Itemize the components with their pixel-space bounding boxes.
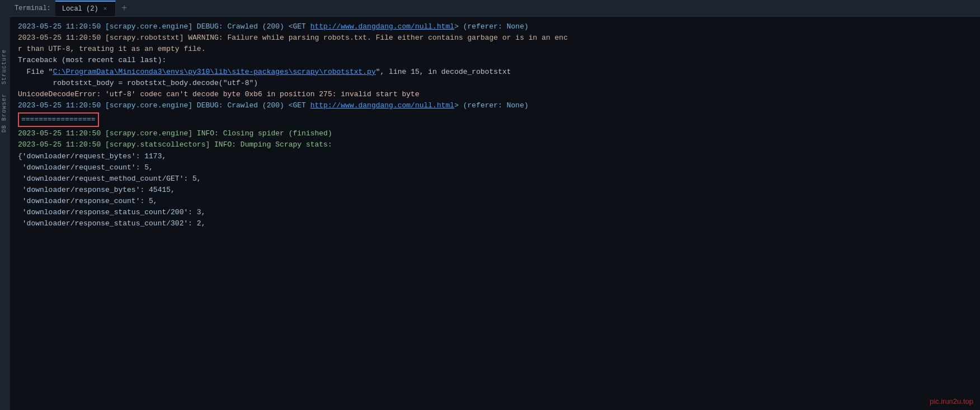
terminal-line: File "C:\ProgramData\Miniconda3\envs\py3… (18, 67, 972, 78)
file-link[interactable]: C:\ProgramData\Miniconda3\envs\py310\lib… (53, 68, 375, 76)
terminal-line: 'downloader/request_method_count/GET': 5… (18, 173, 972, 185)
terminal-line: 2023-05-25 11:20:50 [scrapy.core.engine]… (18, 21, 972, 32)
terminal-line: UnicodeDecodeError: 'utf-8' codec can't … (18, 89, 972, 100)
terminal-line: robotstxt_body = robotstxt_body.decode("… (18, 78, 972, 89)
terminal-link[interactable]: http://www.dangdang.com/null.html (310, 22, 454, 31)
terminal-line: Traceback (most recent call last): (18, 55, 972, 66)
terminal-label: Terminal: (10, 4, 55, 12)
tab-local-2[interactable]: Local (2) × (55, 1, 116, 16)
terminal-output: 2023-05-25 11:20:50 [scrapy.core.engine]… (10, 17, 980, 410)
separator-highlight: ================= (18, 112, 99, 127)
tab-add-button[interactable]: + (116, 1, 133, 16)
terminal-line: 'downloader/response_count': 5, (18, 196, 972, 207)
terminal-line: 2023-05-25 11:20:50 [scrapy.robotstxt] W… (18, 32, 972, 44)
db-browser-label[interactable]: DB Browser (0, 89, 10, 137)
terminal-line: 'downloader/response_status_count/302': … (18, 218, 972, 229)
terminal-line: 2023-05-25 11:20:50 [scrapy.core.engine]… (18, 128, 972, 139)
terminal-line: 2023-05-25 11:20:50 [scrapy.statscollect… (18, 139, 972, 150)
terminal-line: 2023-05-25 11:20:50 [scrapy.core.engine]… (18, 100, 972, 111)
tab-close-button[interactable]: × (102, 5, 109, 13)
terminal-link[interactable]: http://www.dangdang.com/null.html (310, 101, 454, 110)
terminal-line: 'downloader/request_count': 5, (18, 162, 972, 173)
terminal-line: 'downloader/response_status_count/200': … (18, 207, 972, 218)
terminal-line: {'downloader/request_bytes': 1173, (18, 151, 972, 162)
terminal-line: 'downloader/response_bytes': 45415, (18, 185, 972, 196)
tab-bar: Terminal: Local (2) × + (10, 0, 980, 17)
terminal-line: ================= (18, 111, 972, 128)
terminal-line: r than UTF-8, treating it as an empty fi… (18, 44, 972, 55)
side-panel: Structure DB Browser (0, 0, 10, 410)
tab-local-2-label: Local (2) (62, 5, 98, 13)
structure-label[interactable]: Structure (0, 45, 10, 89)
